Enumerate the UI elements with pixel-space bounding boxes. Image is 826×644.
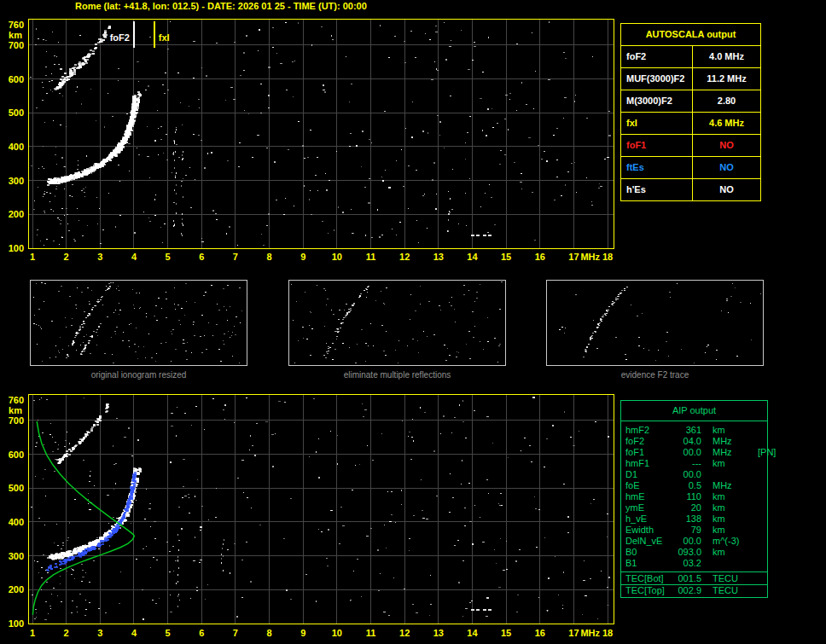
svg-text:15: 15 [501,252,511,262]
axis-labels: 760700600500400300200100km12345678910111… [9,20,614,262]
svg-text:1: 1 [30,628,35,638]
autoscala-param-value: 11.2 MHz [693,68,760,90]
thumbnail-eliminate-canvas [289,281,505,365]
aip-row-8: h_vE138km [621,513,767,525]
thumbnail-evidence-f2-trace [546,280,764,366]
aip-param-label: DelN_vE [625,536,674,547]
svg-text:17: 17 [568,628,579,638]
aip-param-unit: MHz [701,436,758,447]
autoscala-param-label: h'Es [621,179,693,200]
autoscala-param-label: ftEs [621,157,693,178]
svg-text:16: 16 [535,628,545,638]
aip-row-2: foF100.0MHz[PN] [621,447,767,458]
svg-text:3: 3 [97,252,102,262]
svg-text:400: 400 [9,142,24,152]
aip-param-unit: km [701,491,758,502]
aip-tec-unit: TECU [701,585,758,596]
plot-grid [28,394,614,624]
autoscala-row-2: M(3000)F22.80 [621,90,760,113]
svg-text:11: 11 [366,252,376,262]
aip-param-unit: km [701,458,758,469]
aip-param-value: 138 [674,513,701,525]
svg-text:14: 14 [467,628,478,638]
svg-text:300: 300 [9,551,24,561]
thumbnail-dots [291,281,503,363]
aip-row-5: foE0.5MHz [621,480,767,491]
svg-text:2: 2 [64,628,69,638]
aip-param-label: Ewidth [625,525,674,536]
echo-and-noise-dots [31,397,610,624]
svg-text:7: 7 [233,628,238,638]
aip-param-value: 361 [674,425,701,436]
svg-text:8: 8 [266,628,271,638]
aip-param-note [758,558,763,569]
svg-text:13: 13 [433,252,444,262]
main-ionogram-plot: foF2fxI760700600500400300200100km1234567… [0,12,623,266]
aip-param-label: h_vE [625,513,674,525]
svg-text:700: 700 [9,40,24,50]
aip-param-unit: km [701,525,758,536]
svg-text:1: 1 [30,252,35,262]
aip-param-value: 093.0 [674,547,701,558]
aip-row-12: B103.2 [621,558,767,569]
autoscala-output-panel: AUTOSCALA output foF24.0 MHzMUF(3000)F21… [620,23,761,201]
svg-text:200: 200 [9,584,24,595]
aip-param-note [758,436,763,447]
svg-text:18: 18 [602,252,613,262]
svg-text:MHz: MHz [580,628,600,638]
aip-param-unit [701,558,758,569]
aip-param-value: 79 [674,525,701,536]
echo-and-noise-dots [30,21,611,249]
aip-param-unit: km [701,502,758,513]
aip-row-1: foF204.0MHz [621,436,767,447]
aip-param-unit: m^(-3) [701,536,758,547]
svg-text:6: 6 [199,252,204,262]
svg-text:9: 9 [300,252,305,262]
autoscala-row-4: foF1NO [621,135,760,157]
aip-param-note [758,480,763,491]
aip-row-7: ymE20km [621,502,767,513]
autoscala-row-5: ftEsNO [621,157,760,179]
svg-text:8: 8 [266,252,271,262]
aip-param-note [758,491,763,502]
aip-param-value: 110 [674,491,701,502]
aip-param-value: 04.0 [674,436,701,447]
thumbnail-dots [559,283,761,363]
svg-text:18: 18 [602,628,613,638]
svg-text:7: 7 [233,252,238,262]
axis-labels: 760700600500400300200100km12345678910111… [9,395,614,638]
aip-param-note [758,536,763,547]
aip-param-unit: km [701,513,758,525]
aip-param-unit: km [701,425,758,436]
aip-param-note [758,469,763,480]
aip-param-value: 00.0 [674,447,701,458]
aip-param-unit [701,469,758,480]
svg-text:km: km [9,405,22,415]
aip-param-value: 03.2 [674,558,701,569]
thumbnail-original-ionogram [30,280,247,366]
station-date-header: Rome (lat: +41.8, lon: 012.5) - DATE: 20… [75,1,367,11]
aip-row-6: hmE110km [621,491,767,502]
autoscala-row-1: MUF(3000)F211.2 MHz [621,68,760,90]
aip-param-value: 00.0 [674,469,701,480]
aip-row-4: D100.0 [621,469,767,480]
aip-param-value: 0.5 [674,480,701,491]
aip-param-label: B0 [625,547,674,558]
plot-grid [28,19,614,248]
svg-text:10: 10 [332,628,342,638]
autoscala-row-0: foF24.0 MHz [621,46,760,68]
svg-text:760: 760 [9,395,24,405]
autoscala-application-screen: Rome (lat: +41.8, lon: 012.5) - DATE: 20… [0,0,826,644]
aip-param-note [758,425,763,436]
autoscala-param-value: 4.6 MHz [693,113,760,134]
aip-parameter-list: hmF2361kmfoF204.0MHzfoF100.0MHz[PN]hmF1-… [621,421,767,571]
autoscala-row-6: h'EsNO [621,179,760,200]
thumbnail-dots [33,282,242,363]
autoscala-table: foF24.0 MHzMUF(3000)F211.2 MHzM(3000)F22… [621,46,760,200]
aip-panel-title: AIP output [621,401,767,421]
svg-text:10: 10 [332,252,342,262]
svg-text:700: 700 [9,415,24,426]
aip-param-label: hmF1 [625,458,674,469]
svg-text:600: 600 [9,450,24,460]
aip-row-10: DelN_vE00.0m^(-3) [621,536,767,547]
